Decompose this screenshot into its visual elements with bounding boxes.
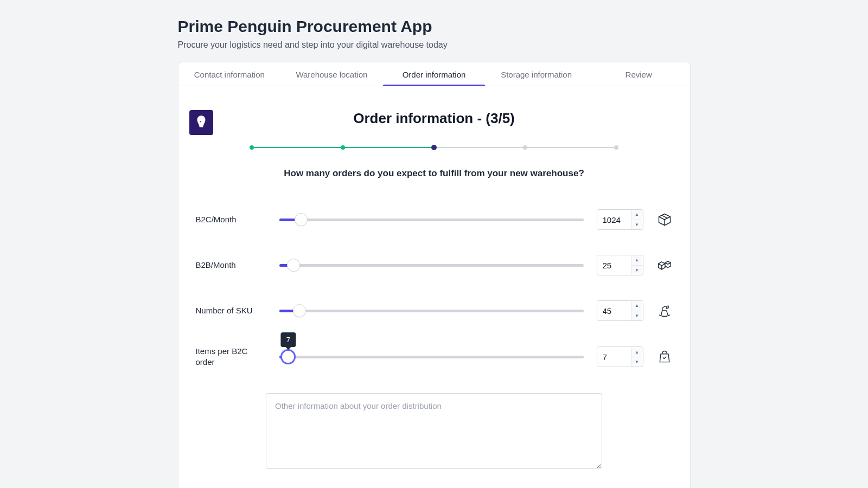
- step-title: Order information - (3/5): [187, 110, 681, 127]
- box-icon: [656, 212, 673, 227]
- b2b-number-input[interactable]: [597, 255, 631, 275]
- b2b-slider[interactable]: [279, 259, 584, 272]
- page-subtitle: Procure your logistics need and step int…: [178, 40, 691, 50]
- items-step-down-button[interactable]: ▼: [631, 357, 643, 367]
- content-area: Order information - (3/5) How many order…: [178, 86, 690, 488]
- b2c-step-down-button[interactable]: ▼: [631, 220, 643, 230]
- boxes-icon: [656, 258, 673, 273]
- items-slider[interactable]: 7: [279, 350, 584, 363]
- tabs: Contact informationWarehouse locationOrd…: [178, 62, 690, 86]
- sku-slider-thumb[interactable]: [293, 304, 306, 317]
- b2b-slider-thumb[interactable]: [287, 259, 300, 272]
- bag-icon: [656, 349, 673, 364]
- row-sku: Number of SKU▲▼: [196, 300, 673, 321]
- stepper-dot-5: [614, 145, 618, 150]
- row-b2c: B2C/Month▲▼: [196, 209, 673, 230]
- svg-point-0: [199, 118, 201, 120]
- tab-contact-information[interactable]: Contact information: [178, 62, 281, 86]
- form-rows: B2C/Month▲▼B2B/Month▲▼Number of SKU▲▼Ite…: [187, 209, 681, 368]
- b2c-slider[interactable]: [279, 213, 584, 226]
- items-label: Items per B2C order: [196, 346, 266, 368]
- items-number-input[interactable]: [597, 347, 631, 367]
- step-progress: [252, 145, 616, 150]
- b2c-label: B2C/Month: [196, 214, 266, 225]
- items-slider-tooltip: 7: [281, 332, 296, 347]
- page-title: Prime Penguin Procurement App: [178, 17, 691, 36]
- sku-number-input[interactable]: [597, 301, 631, 320]
- tab-storage-information[interactable]: Storage information: [485, 62, 588, 86]
- items-number-input-group: ▲▼: [597, 346, 643, 367]
- b2c-number-input-group: ▲▼: [597, 209, 643, 230]
- page-container: Prime Penguin Procurement App Procure yo…: [178, 0, 691, 488]
- b2b-step-up-button[interactable]: ▲: [631, 255, 643, 266]
- svg-point-1: [666, 307, 667, 307]
- b2c-slider-thumb[interactable]: [295, 213, 308, 226]
- items-step-up-button[interactable]: ▲: [631, 347, 643, 357]
- rocking-horse-icon: [656, 303, 673, 318]
- sku-step-up-button[interactable]: ▲: [631, 301, 643, 311]
- stepper-dot-1: [250, 145, 254, 150]
- b2b-number-input-group: ▲▼: [597, 255, 643, 275]
- tab-order-information[interactable]: Order information: [383, 62, 486, 86]
- main-card: Contact informationWarehouse locationOrd…: [178, 62, 691, 488]
- sku-slider[interactable]: [279, 304, 584, 317]
- sku-label: Number of SKU: [196, 305, 266, 316]
- stepper-dot-4: [523, 145, 527, 150]
- other-info-textarea[interactable]: [266, 393, 602, 469]
- stepper-dot-2: [341, 145, 345, 150]
- tab-warehouse-location[interactable]: Warehouse location: [280, 62, 383, 86]
- row-items: Items per B2C order7▲▼: [196, 346, 673, 368]
- sku-number-input-group: ▲▼: [597, 300, 643, 321]
- step-question: How many orders do you expect to fulfill…: [187, 168, 681, 179]
- b2b-step-down-button[interactable]: ▼: [631, 266, 643, 275]
- row-b2b: B2B/Month▲▼: [196, 255, 673, 275]
- tab-review[interactable]: Review: [588, 62, 690, 86]
- b2c-number-input[interactable]: [597, 210, 631, 229]
- sku-step-down-button[interactable]: ▼: [631, 311, 643, 321]
- b2c-step-up-button[interactable]: ▲: [631, 210, 643, 220]
- stepper-dot-3: [431, 145, 437, 150]
- brand-logo-icon: [189, 110, 213, 135]
- b2b-label: B2B/Month: [196, 260, 266, 271]
